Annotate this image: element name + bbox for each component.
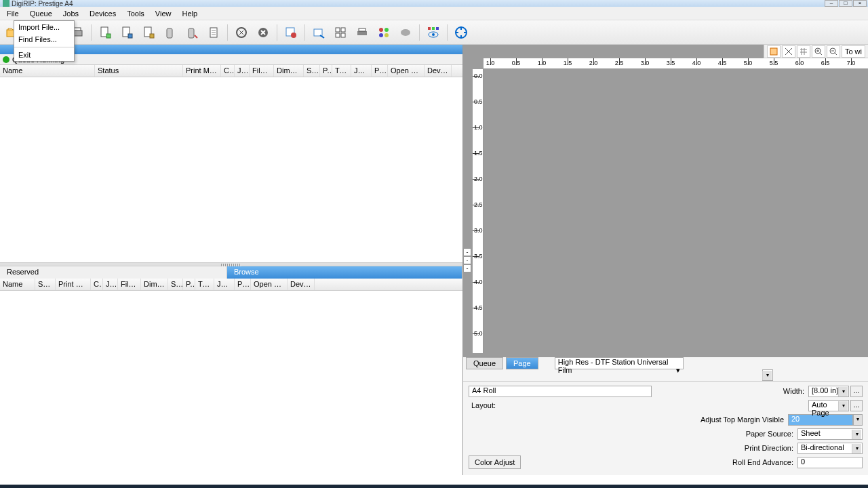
horizontal-ruler: 1.00.51.01.52.02.53.03.54.04.55.05.56.06…: [484, 58, 868, 69]
lcol-c[interactable]: C...: [91, 279, 103, 290]
tool-layer1-icon[interactable]: [281, 23, 300, 42]
layout-label: Layout:: [469, 401, 652, 409]
col-su[interactable]: Su...: [304, 65, 320, 77]
source-select[interactable]: Sheet▾: [797, 428, 863, 440]
close-button[interactable]: ×: [853, 0, 867, 7]
col-pa[interactable]: Pa...: [372, 65, 388, 77]
maximize-button[interactable]: □: [839, 0, 852, 7]
lcol-dim[interactable]: Dimensi...: [141, 279, 168, 290]
lcol-jo[interactable]: Jo...: [103, 279, 118, 290]
ruler-collapse-mid-icon[interactable]: ·: [463, 256, 471, 264]
menu-find-files[interactable]: Find Files...: [14, 33, 74, 45]
secondary-dropdown[interactable]: ▾: [762, 369, 773, 381]
lcol-device[interactable]: Device: [288, 279, 315, 290]
layout-select[interactable]: Auto Page▾: [808, 400, 849, 411]
zoom-to-width-button[interactable]: To wi: [842, 45, 865, 58]
svg-rect-7: [106, 34, 111, 38]
tool-color-eye-icon[interactable]: [424, 23, 443, 42]
lcol-job[interactable]: Job ...: [214, 279, 235, 290]
lcol-name[interactable]: Name: [0, 279, 35, 290]
preview-grid-icon[interactable]: [797, 45, 810, 58]
horizontal-splitter[interactable]: [0, 262, 462, 266]
layout-more-button[interactable]: ...: [850, 400, 863, 411]
col-time[interactable]: Time: [332, 65, 351, 77]
tool-palette-icon[interactable]: [374, 23, 393, 42]
menu-tools[interactable]: Tools: [121, 8, 150, 19]
tab-browse[interactable]: Browse: [227, 266, 462, 279]
window-title: DigiRIP: Prestige A4: [12, 0, 73, 7]
ruler-collapse-up-icon[interactable]: -: [463, 248, 471, 256]
zoom-in-icon[interactable]: [812, 45, 825, 58]
tool-hdd-icon[interactable]: [161, 23, 180, 42]
lcol-filet[interactable]: File T...: [118, 279, 141, 290]
menu-view[interactable]: View: [150, 8, 177, 19]
menu-import-file[interactable]: Import File...: [14, 21, 74, 33]
tool-doc1-icon[interactable]: [96, 23, 115, 42]
lcol-printmode[interactable]: Print Mode: [56, 279, 91, 290]
svg-rect-32: [432, 27, 435, 30]
ruler-collapse-down-icon[interactable]: -: [463, 264, 471, 272]
tool-printer3-icon[interactable]: [353, 23, 372, 42]
tool-cancel-icon[interactable]: [254, 23, 273, 42]
col-p[interactable]: P...: [320, 65, 332, 77]
props-tab-queue[interactable]: Queue: [466, 357, 503, 369]
tool-doc3-icon[interactable]: [139, 23, 158, 42]
tool-doc4-icon[interactable]: [204, 23, 223, 42]
rollend-input[interactable]: 0: [797, 457, 863, 468]
svg-rect-24: [357, 31, 367, 35]
col-device[interactable]: Device: [425, 65, 452, 77]
lcol-su[interactable]: Su...: [168, 279, 183, 290]
lcol-stat[interactable]: Stat...: [35, 279, 56, 290]
props-tab-page[interactable]: Page: [506, 357, 538, 369]
col-c[interactable]: C...: [221, 65, 235, 77]
tab-reserved[interactable]: Reserved: [0, 266, 227, 279]
col-status[interactable]: Status: [95, 65, 183, 77]
direction-select[interactable]: Bi-directional▾: [797, 443, 863, 454]
tool-send-icon[interactable]: [309, 23, 328, 42]
menu-file[interactable]: File: [1, 8, 24, 19]
lower-grid-body[interactable]: [0, 291, 462, 476]
tool-doc2-icon[interactable]: [117, 23, 136, 42]
media-select[interactable]: A4 Roll: [469, 386, 652, 397]
svg-rect-23: [341, 33, 345, 37]
upper-grid-body[interactable]: [0, 77, 462, 262]
menu-devices[interactable]: Devices: [84, 8, 121, 19]
preview-tool1-icon[interactable]: [767, 45, 781, 58]
tool-hdd2-icon[interactable]: [182, 23, 201, 42]
color-adjust-button[interactable]: Color Adjust: [469, 455, 521, 469]
col-jo[interactable]: Jo...: [235, 65, 250, 77]
col-dim[interactable]: Dimensi...: [274, 65, 304, 77]
menu-help[interactable]: Help: [176, 8, 203, 19]
width-more-button[interactable]: ...: [850, 386, 863, 397]
zoom-out-icon[interactable]: [827, 45, 840, 58]
svg-point-30: [401, 29, 410, 36]
tool-recycle-icon[interactable]: [232, 23, 251, 42]
svg-rect-20: [336, 28, 340, 32]
width-select[interactable]: [8.00 in]▾: [808, 386, 849, 397]
svg-rect-25: [359, 28, 366, 31]
tool-grid-icon[interactable]: [331, 23, 350, 42]
lcol-pa[interactable]: Pa...: [235, 279, 251, 290]
minimize-button[interactable]: –: [825, 0, 838, 7]
menu-queue[interactable]: Queue: [24, 8, 58, 19]
col-name[interactable]: Name: [0, 65, 95, 77]
col-printmode[interactable]: Print Mode: [183, 65, 221, 77]
col-filet[interactable]: File T...: [250, 65, 274, 77]
tool-target-icon[interactable]: [452, 23, 471, 42]
col-openpage[interactable]: Open Page: [388, 65, 425, 77]
preset-select[interactable]: High Res - DTF Station Universal Film ▾: [555, 357, 684, 369]
lcol-p[interactable]: P...: [183, 279, 195, 290]
svg-rect-9: [128, 34, 132, 38]
lcol-time[interactable]: Time: [195, 279, 214, 290]
margin-dropdown-icon[interactable]: ▾: [853, 414, 863, 426]
width-label: Width:: [652, 387, 808, 395]
col-job[interactable]: Job ...: [351, 65, 372, 77]
lcol-openpage[interactable]: Open Page: [251, 279, 288, 290]
svg-rect-11: [150, 34, 154, 38]
preview-canvas[interactable]: [484, 69, 868, 353]
tool-blob-icon[interactable]: [396, 23, 415, 42]
menu-jobs[interactable]: Jobs: [58, 8, 84, 19]
menu-exit[interactable]: Exit: [14, 49, 74, 61]
preview-tool2-icon[interactable]: [782, 45, 795, 58]
svg-rect-22: [336, 33, 340, 37]
